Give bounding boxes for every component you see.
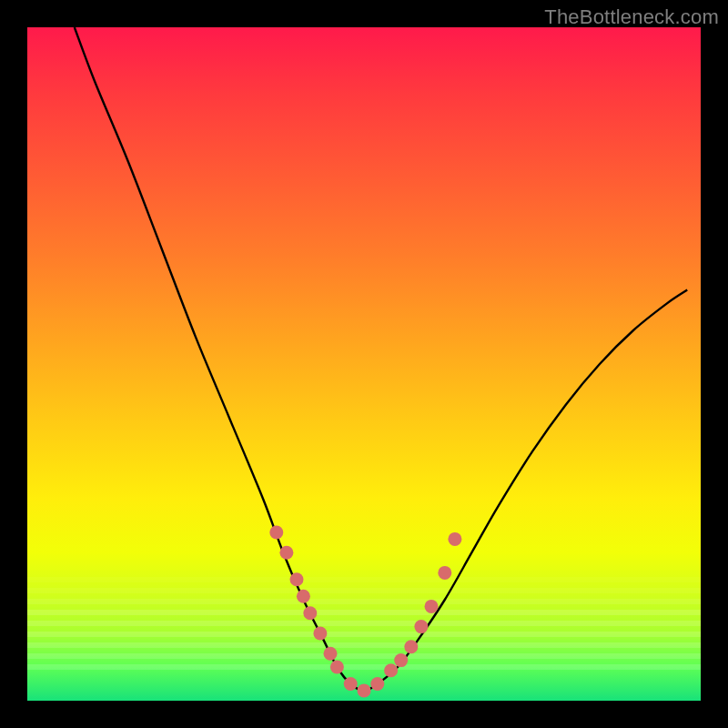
bottleneck-curve [75,27,687,691]
data-dots [269,526,461,698]
data-dot [358,683,371,697]
data-dot [414,620,428,633]
data-dot [324,647,338,661]
data-dot [303,606,317,620]
data-dot [269,526,283,540]
watermark-text: TheBottleneck.com [544,5,719,29]
data-dot [297,590,310,603]
data-dot [370,677,384,691]
data-dot [438,566,451,580]
curve-layer [27,27,701,701]
data-dot [404,640,418,653]
chart-frame: TheBottleneck.com [0,0,728,728]
data-dot [448,532,461,546]
data-dot [330,661,344,674]
data-dot [279,546,293,560]
data-dot [290,572,304,586]
data-dot [344,677,358,691]
data-dot [313,627,327,641]
data-dot [394,653,408,667]
data-dot [425,600,439,613]
data-dot [384,663,398,677]
